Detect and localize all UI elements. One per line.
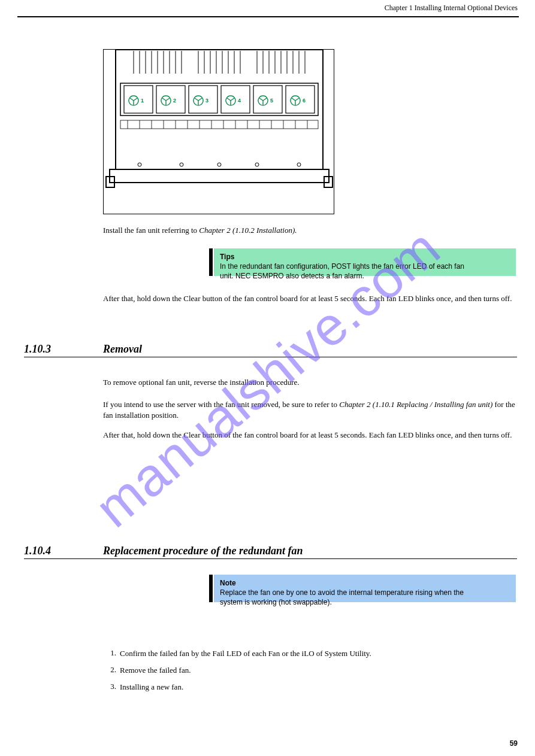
list-num-1: 1. (108, 648, 116, 658)
list-item-1: Confirm the failed fan by the Fail LED o… (120, 648, 515, 659)
note-block: Note Replace the fan one by one to avoid… (214, 575, 516, 602)
fan-label-4: 4 (238, 98, 241, 104)
tips-block: Tips In the redundant fan configuration,… (214, 248, 516, 276)
page: Chapter 1 Installing Internal Optional D… (0, 0, 535, 756)
fan-label-2: 2 (173, 98, 176, 104)
tip-label: Tips (220, 252, 263, 262)
tip-text: In the redundant fan configuration, POST… (220, 262, 466, 281)
svg-rect-0 (116, 50, 323, 169)
section-title-removal: Removal (103, 343, 142, 356)
removal-para2: If you intend to use the server with the… (103, 399, 515, 421)
tip-stripe (209, 248, 213, 276)
svg-rect-30 (120, 83, 318, 116)
fan-label-1: 1 (141, 98, 144, 104)
header-rule (17, 16, 519, 17)
tip-followup: After that, hold down the Clear button o… (103, 293, 515, 304)
section-title-replace: Replacement procedure of the redundant f… (103, 545, 303, 557)
note-stripe (209, 575, 213, 602)
figure-fan-units: 1 2 3 4 5 6 (103, 49, 334, 214)
section-rule-removal (24, 357, 517, 357)
removal-para1: To remove optional fan unit, reverse the… (103, 377, 515, 388)
list-num-2: 2. (108, 665, 116, 675)
note-label: Note (220, 578, 263, 588)
list-item-2: Remove the failed fan. (120, 665, 515, 676)
server-top-diagram: 1 2 3 4 5 6 (104, 50, 334, 214)
header-chapter: Chapter 1 Installing Internal Optional D… (385, 4, 518, 13)
note-text: Replace the fan one by one to avoid the … (220, 588, 466, 607)
svg-rect-37 (120, 120, 318, 129)
svg-rect-1 (110, 169, 329, 183)
list-num-3: 3. (108, 682, 116, 691)
figure-caption: Install the fan unit referring to Chapte… (103, 225, 515, 236)
section-number-replace: 1.10.4 (24, 545, 51, 557)
section-number-removal: 1.10.3 (24, 343, 51, 356)
svg-point-56 (217, 163, 221, 166)
removal-para2a: If you intend to use the server with the… (103, 400, 339, 409)
svg-point-54 (138, 163, 141, 166)
svg-point-58 (297, 163, 301, 166)
list-item-3: Installing a new fan. (120, 682, 515, 693)
caption-xref: Chapter 2 (1.10.2 Installation). (199, 226, 297, 235)
removal-para3: After that, hold down the Clear button o… (103, 430, 515, 441)
fan-label-3: 3 (205, 98, 208, 104)
fan-label-6: 6 (303, 98, 306, 104)
svg-point-57 (255, 163, 259, 166)
section-rule-replace (24, 558, 517, 559)
svg-point-55 (180, 163, 183, 166)
caption-prefix: Install the fan unit referring to (103, 226, 199, 235)
page-number: 59 (510, 739, 518, 748)
removal-xref: Chapter 2 (1.10.1 Replacing / Installing… (339, 400, 492, 409)
fan-label-5: 5 (270, 98, 273, 104)
